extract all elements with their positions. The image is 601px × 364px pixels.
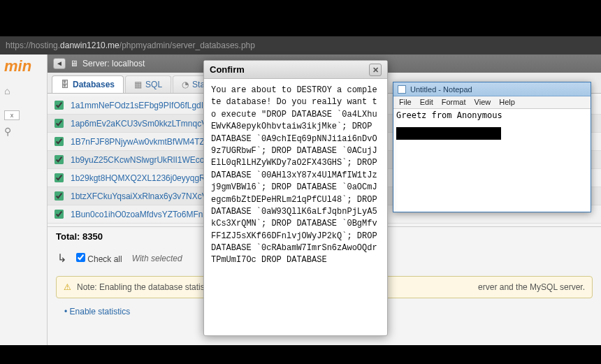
menu-view[interactable]: View xyxy=(475,98,491,107)
menu-file[interactable]: File xyxy=(399,98,412,107)
address-bar[interactable]: https://hosting.danwin1210.me/phpmyadmin… xyxy=(0,36,601,54)
db-name-link[interactable]: 1a1mmNeFOdz1sEFbg9PIfO6fLgdItt xyxy=(71,101,208,110)
status-icon: ◔ xyxy=(182,80,189,89)
pma-sidebar: min ⌂ x ⚲ xyxy=(0,54,47,345)
home-icon[interactable]: ⌂ xyxy=(4,85,10,96)
dialog-body: You are about to DESTROY a complete data… xyxy=(204,79,387,335)
notepad-icon xyxy=(398,85,406,94)
db-checkbox[interactable] xyxy=(55,119,64,128)
menu-edit[interactable]: Edit xyxy=(420,98,433,107)
check-all-checkbox[interactable] xyxy=(76,253,85,262)
url-scheme: https:// xyxy=(6,41,31,50)
sql-icon: ▦ xyxy=(134,80,142,89)
url-sub: hosting. xyxy=(31,41,60,50)
notepad-content: Greetz from Anonymous xyxy=(396,110,502,120)
tab-label: Databases xyxy=(73,80,115,89)
browser-chrome-top xyxy=(0,0,601,36)
url-path: /phpmyadmin/server_databases.php xyxy=(120,41,255,50)
db-name-link[interactable]: 1Bun0co1ihO0zoaMfdvsYZTo6MFnb xyxy=(71,210,208,219)
notepad-text-area[interactable]: Greetz from Anonymous xyxy=(393,109,591,212)
redacted-block xyxy=(396,127,501,140)
note-trail: erver and the MySQL server. xyxy=(478,282,585,292)
db-name-link[interactable]: 1btzXFCkuYqsaiXxRlnax6y3v7NXcV xyxy=(71,191,208,201)
phpmyadmin-logo: min xyxy=(4,57,43,75)
close-tree-button[interactable]: x xyxy=(4,110,20,120)
db-name-link[interactable]: 1b9yuZ25CKcwNSlwgrUkRlI1WEcol xyxy=(71,155,206,165)
link-icon[interactable]: ⚲ xyxy=(4,126,43,137)
tab-databases[interactable]: 🗄 Databases xyxy=(52,75,124,93)
db-checkbox[interactable] xyxy=(55,173,64,182)
db-checkbox[interactable] xyxy=(55,137,64,146)
db-checkbox[interactable] xyxy=(55,210,64,219)
dialog-title-text: Confirm xyxy=(210,64,245,75)
menu-format[interactable]: Format xyxy=(442,98,466,107)
check-all-label[interactable]: Check all xyxy=(76,253,122,264)
confirm-dialog: Confirm ✕ You are about to DESTROY a com… xyxy=(203,60,388,336)
note-text: Note: Enabling the database statistic xyxy=(77,282,213,292)
server-icon: 🖥 xyxy=(70,59,78,68)
notepad-titlebar[interactable]: Untitled - Notepad xyxy=(393,82,591,96)
dialog-close-button[interactable]: ✕ xyxy=(369,64,382,76)
browser-chrome-bottom xyxy=(0,345,601,364)
notepad-menubar: File Edit Format View Help xyxy=(393,96,591,109)
db-name-link[interactable]: 1b29kgt8HQMXQ2XL1236j0eyyqgRj xyxy=(71,173,207,183)
nav-back-button[interactable]: ◄ xyxy=(53,58,66,69)
database-icon: 🗄 xyxy=(61,80,69,89)
db-checkbox[interactable] xyxy=(55,191,64,201)
with-selected-label: With selected xyxy=(132,254,182,263)
db-checkbox[interactable] xyxy=(55,155,64,164)
menu-help[interactable]: Help xyxy=(499,98,515,107)
server-label: Server: localhost xyxy=(82,59,145,68)
dialog-titlebar[interactable]: Confirm ✕ xyxy=(204,61,387,79)
db-name-link[interactable]: 1B7nFJF8PNjywAw0vkmtBfWM4TZ xyxy=(71,137,205,147)
tab-label: SQL xyxy=(145,80,162,89)
db-name-link[interactable]: 1ap6mEv2aKCU3vSm0kkzLTmnqcV xyxy=(71,119,207,129)
notepad-window[interactable]: Untitled - Notepad File Edit Format View… xyxy=(393,82,591,212)
tab-sql[interactable]: ▦ SQL xyxy=(125,75,171,93)
select-arrow-icon: ↳ xyxy=(57,252,66,265)
warning-icon: ⚠ xyxy=(64,282,71,292)
url-host: danwin1210.me xyxy=(60,41,120,50)
db-checkbox[interactable] xyxy=(55,101,64,110)
notepad-title-text: Untitled - Notepad xyxy=(410,85,472,94)
